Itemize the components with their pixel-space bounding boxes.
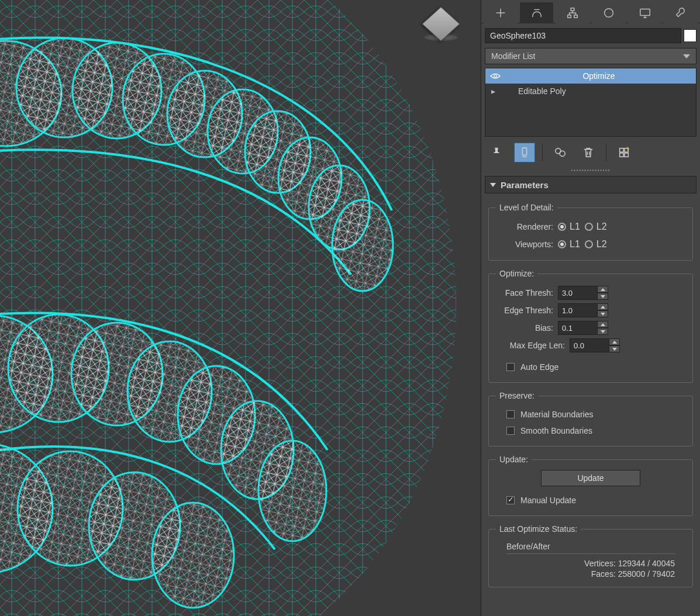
stack-item-editable-poly[interactable]: ▸ Editable Poly (485, 84, 696, 99)
viewports-l2-radio[interactable] (585, 240, 593, 248)
tab-utilities[interactable] (664, 2, 698, 23)
svg-rect-31 (620, 148, 623, 152)
svg-rect-22 (571, 8, 574, 11)
tab-hierarchy[interactable] (556, 2, 589, 23)
group-status: Last Optimize Status: Before/After Verti… (488, 524, 693, 587)
svg-point-27 (494, 75, 497, 78)
edge-thresh-spinner[interactable] (558, 303, 608, 317)
before-after-label: Before/After (506, 542, 685, 551)
svg-rect-26 (640, 9, 650, 16)
svg-rect-23 (568, 15, 571, 18)
stack-toolbar (481, 137, 700, 166)
svg-rect-28 (522, 148, 526, 155)
svg-point-10 (332, 200, 393, 291)
renderer-label: Renderer: (496, 222, 553, 231)
renderer-l2-radio[interactable] (585, 223, 593, 231)
modifier-list-dropdown[interactable]: Modifier List (485, 48, 696, 64)
modifier-stack[interactable]: Optimize ▸ Editable Poly (485, 68, 696, 137)
svg-point-17 (258, 441, 326, 541)
tab-create[interactable] (484, 2, 518, 23)
command-panel: Modifier List Optimize ▸ Editable Poly •… (481, 0, 700, 616)
bias-spinner[interactable] (558, 321, 608, 335)
auto-edge-checkbox[interactable] (506, 363, 515, 371)
group-update: Update: Update Manual Update (488, 455, 693, 516)
renderer-l1-radio[interactable] (558, 223, 566, 231)
viewports-label: Viewports: (496, 240, 553, 249)
status-legend: Last Optimize Status: (496, 524, 581, 534)
tab-display[interactable] (628, 2, 662, 23)
svg-point-21 (152, 503, 234, 608)
show-end-result-button[interactable] (514, 143, 535, 162)
face-thresh-spinner[interactable] (558, 286, 608, 300)
modifier-list-label: Modifier List (491, 51, 535, 61)
svg-rect-34 (625, 153, 628, 157)
eye-icon[interactable] (489, 70, 502, 82)
chevron-down-icon (683, 54, 690, 58)
lod-legend: Level of Detail: (496, 203, 557, 212)
material-boundaries-checkbox[interactable] (506, 410, 515, 418)
viewcube[interactable] (423, 11, 458, 46)
tab-motion[interactable] (592, 2, 626, 23)
svg-rect-24 (574, 15, 578, 18)
rollout-parameters-header[interactable]: Parameters (485, 176, 696, 193)
status-faces: 258000 / 79402 (618, 569, 675, 579)
make-unique-button[interactable] (550, 143, 571, 162)
viewports-l1-radio[interactable] (558, 240, 566, 248)
configure-sets-button[interactable] (613, 143, 635, 162)
pin-stack-button[interactable] (486, 143, 507, 162)
group-optimize: Optimize: Face Thresh: Edge Thresh: Bias… (488, 269, 693, 383)
update-legend: Update: (496, 455, 532, 464)
expand-icon[interactable]: ▸ (489, 86, 497, 96)
remove-modifier-button[interactable] (578, 143, 599, 162)
object-name-input[interactable] (485, 28, 681, 43)
group-level-of-detail: Level of Detail: Renderer: L1 L2 Viewpor… (488, 203, 693, 261)
svg-rect-33 (620, 153, 623, 157)
preserve-legend: Preserve: (496, 391, 538, 400)
rollout-title: Parameters (501, 180, 549, 190)
svg-point-25 (605, 9, 613, 18)
update-button[interactable]: Update (541, 470, 640, 486)
smooth-boundaries-checkbox[interactable] (506, 427, 515, 435)
group-preserve: Preserve: Material Boundaries Smooth Bou… (488, 391, 693, 447)
status-vertices: 129344 / 40045 (618, 559, 675, 568)
chevron-down-icon (490, 183, 496, 187)
stack-item-optimize[interactable]: Optimize (485, 68, 696, 84)
command-panel-tabs (481, 0, 700, 23)
manual-update-checkbox[interactable] (506, 496, 515, 504)
viewport-3d[interactable] (0, 0, 481, 616)
tab-modify[interactable] (520, 2, 554, 23)
optimize-legend: Optimize: (496, 269, 537, 278)
max-edge-spinner[interactable] (570, 338, 620, 352)
svg-point-30 (560, 151, 565, 156)
panel-drag-handle[interactable]: ••••••••••••••• (481, 166, 700, 176)
object-color-swatch[interactable] (684, 29, 696, 42)
